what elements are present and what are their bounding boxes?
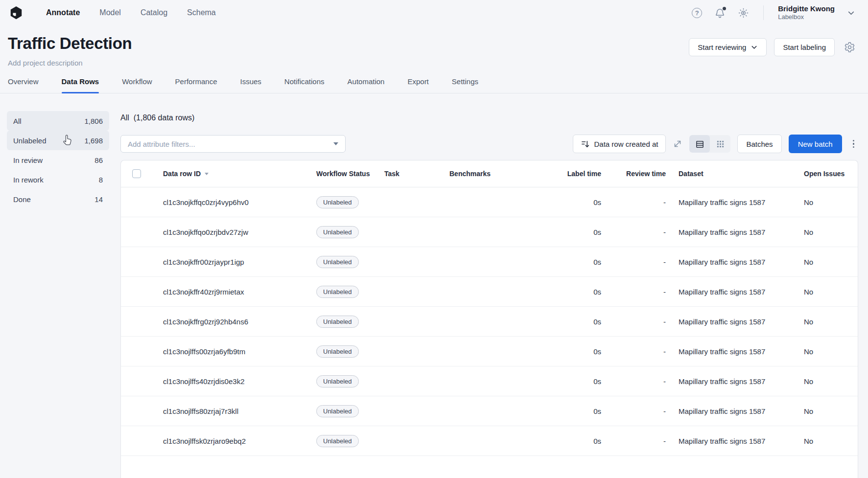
data-row-id[interactable]: cl1c3nojlffs80zrjaj7r3kll (163, 407, 316, 415)
sort-icon (581, 139, 590, 149)
top-bar-right: ? (692, 4, 855, 22)
table-row[interactable]: cl1c3nojkffqo0zrjbdv27zjw Unlabeled 0s -… (121, 217, 858, 247)
column-header-label-time: Label time (562, 170, 601, 178)
table-row[interactable]: cl1c3nojkffqc0zrj4vyp6hv0 Unlabeled 0s -… (121, 187, 858, 217)
hand-pointer-cursor-icon (62, 134, 74, 146)
dataset-cell: Mapillary traffic signs 1587 (666, 258, 804, 266)
grid-view-button[interactable] (710, 135, 730, 153)
content-area: All 1,806 Unlabeled 1,698 In review 86 I… (0, 111, 868, 478)
sidebar-item-label: In review (13, 156, 43, 164)
nav-item-model[interactable]: Model (99, 8, 121, 17)
table-row[interactable]: cl1c3nojkffr40zrj9rmietax Unlabeled 0s -… (121, 277, 858, 307)
tab-performance[interactable]: Performance (175, 77, 217, 93)
notifications-button[interactable] (714, 7, 726, 19)
sidebar-item-count: 14 (94, 195, 103, 204)
theme-toggle-button[interactable] (738, 7, 749, 19)
column-header-workflow-status: Workflow Status (316, 170, 384, 178)
project-description-placeholder[interactable]: Add project description (8, 59, 132, 67)
tab-issues[interactable]: Issues (240, 77, 261, 93)
attribute-filter-input[interactable]: Add attribute filters... (120, 135, 346, 153)
table-row[interactable]: cl1c3nojlffs80zrjaj7r3kll Unlabeled 0s -… (121, 396, 858, 426)
app-window: Annotate Model Catalog Schema ? (0, 0, 868, 478)
main-panel: All(1,806 data rows) Add attribute filte… (120, 111, 858, 478)
status-badge: Unlabeled (316, 286, 359, 298)
sidebar-item-all[interactable]: All 1,806 (7, 111, 109, 131)
column-header-data-row-id[interactable]: Data row ID (163, 170, 316, 178)
data-row-id[interactable]: cl1c3nojkffrg0zrj92hb4ns6 (163, 318, 316, 326)
table-row[interactable]: cl1c3nojlffsk0zrjaro9ebq2 Unlabeled 0s -… (121, 426, 858, 456)
list-view-button[interactable] (689, 135, 710, 153)
sidebar-item-count: 86 (94, 156, 103, 164)
column-header-dataset: Dataset (666, 170, 804, 178)
status-badge: Unlabeled (316, 226, 359, 238)
nav-item-catalog[interactable]: Catalog (141, 8, 167, 17)
sort-by-label: Data row created at (594, 140, 658, 148)
open-issues-cell: No (804, 318, 858, 326)
tab-workflow[interactable]: Workflow (122, 77, 152, 93)
table-body: cl1c3nojkffqc0zrj4vyp6hv0 Unlabeled 0s -… (121, 187, 858, 456)
start-labeling-button[interactable]: Start labeling (774, 38, 835, 56)
sort-caret-icon (205, 173, 209, 175)
help-button[interactable]: ? (692, 8, 702, 18)
gear-icon (844, 42, 855, 53)
dataset-cell: Mapillary traffic signs 1587 (666, 347, 804, 356)
sidebar-item-count: 8 (99, 176, 103, 184)
nav-item-annotate[interactable]: Annotate (46, 8, 80, 17)
sidebar-item-in-review[interactable]: In review 86 (7, 150, 109, 170)
sidebar-item-done[interactable]: Done 14 (7, 189, 109, 209)
user-name: Bridgitte Kwong (778, 4, 835, 14)
dataset-cell: Mapillary traffic signs 1587 (666, 437, 804, 445)
tab-overview[interactable]: Overview (8, 77, 39, 93)
sidebar-item-count: 1,698 (84, 137, 103, 145)
table-row[interactable]: cl1c3nojkffr00zrjaypr1igp Unlabeled 0s -… (121, 247, 858, 277)
workflow-status-cell: Unlabeled (316, 226, 384, 238)
workflow-status-cell: Unlabeled (316, 405, 384, 417)
labelbox-logo-icon[interactable] (9, 5, 23, 20)
data-row-id[interactable]: cl1c3nojkffr00zrjaypr1igp (163, 258, 316, 266)
sort-by-button[interactable]: Data row created at (573, 135, 666, 153)
tab-settings[interactable]: Settings (452, 77, 478, 93)
data-row-id[interactable]: cl1c3nojkffqc0zrj4vyp6hv0 (163, 198, 316, 206)
open-issues-cell: No (804, 258, 858, 266)
sidebar-item-unlabeled[interactable]: Unlabeled 1,698 (7, 131, 109, 150)
label-time-cell: 0s (562, 228, 601, 236)
column-header-task: Task (384, 170, 449, 178)
status-badge: Unlabeled (316, 435, 359, 447)
sidebar-item-in-rework[interactable]: In rework 8 (7, 170, 109, 189)
filter-placeholder: Add attribute filters... (128, 140, 195, 148)
data-row-id[interactable]: cl1c3nojlffs40zrjdis0e3k2 (163, 377, 316, 386)
status-filter-sidebar: All 1,806 Unlabeled 1,698 In review 86 I… (7, 111, 109, 478)
data-row-id[interactable]: cl1c3nojkffr40zrj9rmietax (163, 288, 316, 296)
table-row[interactable]: cl1c3nojkffrg0zrj92hb4ns6 Unlabeled 0s -… (121, 307, 858, 337)
batches-button[interactable]: Batches (737, 135, 781, 153)
open-issues-cell: No (804, 377, 858, 386)
open-issues-cell: No (804, 407, 858, 415)
divider (763, 5, 764, 20)
select-all-checkbox[interactable] (132, 169, 141, 178)
sidebar-item-label: All (13, 117, 22, 125)
project-settings-button[interactable] (844, 42, 855, 53)
table-row[interactable]: cl1c3nojlffs40zrjdis0e3k2 Unlabeled 0s -… (121, 366, 858, 396)
table-toolbar: Add attribute filters... Data row create… (120, 135, 858, 153)
data-rows-table: Data row ID Workflow Status Task Benchma… (120, 160, 858, 478)
data-row-id[interactable]: cl1c3nojlffs00zrja6yfb9tm (163, 347, 316, 356)
sidebar-item-count: 1,806 (84, 117, 103, 125)
user-info: Bridgitte Kwong Labelbox (778, 4, 835, 22)
tab-automation[interactable]: Automation (348, 77, 385, 93)
notification-dot (723, 7, 726, 10)
user-menu-button[interactable] (847, 9, 855, 17)
start-reviewing-button[interactable]: Start reviewing (689, 38, 767, 56)
table-row[interactable]: cl1c3nojlffs00zrja6yfb9tm Unlabeled 0s -… (121, 337, 858, 366)
expand-view-button[interactable] (673, 139, 682, 149)
tab-export[interactable]: Export (407, 77, 428, 93)
dataset-cell: Mapillary traffic signs 1587 (666, 377, 804, 386)
tab-notifications[interactable]: Notifications (284, 77, 325, 93)
data-row-id[interactable]: cl1c3nojlffsk0zrjaro9ebq2 (163, 437, 316, 445)
more-options-button[interactable] (849, 137, 859, 151)
open-issues-cell: No (804, 288, 858, 296)
data-row-id[interactable]: cl1c3nojkffqo0zrjbdv27zjw (163, 228, 316, 236)
tab-data-rows[interactable]: Data Rows (62, 77, 99, 93)
nav-item-schema[interactable]: Schema (187, 8, 216, 17)
new-batch-button[interactable]: New batch (789, 135, 842, 153)
column-header-open-issues: Open Issues (804, 170, 858, 178)
